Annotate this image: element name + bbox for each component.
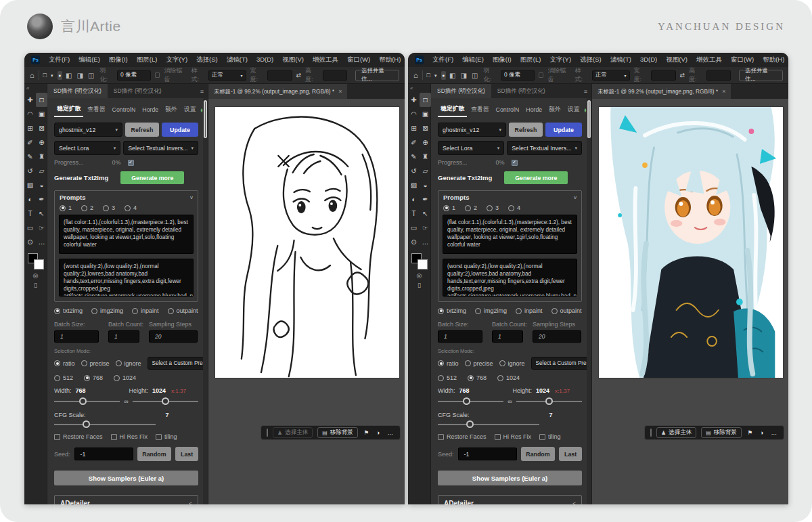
object-selection-tool-icon[interactable]: ▣ — [36, 107, 47, 121]
height-slider-thumb[interactable] — [545, 397, 553, 405]
feature-checkbox[interactable]: Restore Faces — [438, 433, 487, 440]
mode-radio[interactable]: outpaint — [551, 307, 582, 314]
menu-item[interactable]: 窗口(W) — [347, 56, 370, 64]
batch-count-input[interactable]: 1 — [108, 330, 139, 343]
plugin-tab[interactable]: Horde — [139, 105, 161, 116]
select-subject-button[interactable]: ♟ 选择主体 — [656, 427, 696, 438]
seed-input[interactable]: -1 — [74, 448, 133, 460]
progress-checkbox[interactable]: ✓ — [128, 160, 134, 166]
style-select[interactable]: 正常▾ — [208, 70, 246, 81]
custom-preset-select[interactable]: Select a Custom Preset▾ — [531, 357, 591, 370]
model-select[interactable]: ghostmix_v12▾ — [54, 123, 122, 137]
feature-checkbox[interactable]: Hi Res Fix — [495, 433, 532, 440]
textual-inversion-select[interactable]: Select Textual Invers...▾ — [507, 141, 582, 155]
dodge-tool-icon[interactable]: ◐ — [24, 192, 36, 206]
quick-mask-icon[interactable]: ◎ — [417, 272, 422, 279]
positive-prompt-textarea[interactable]: (flat color:1.1),(colorful:1.3),(masterp… — [443, 215, 577, 254]
home-icon[interactable]: ⌂ — [413, 72, 418, 79]
marquee-tool-icon[interactable]: □ — [36, 93, 47, 107]
home-icon[interactable]: ⌂ — [30, 72, 35, 79]
custom-preset-select[interactable]: Select a Custom Preset▾ — [148, 357, 208, 370]
panel-tab[interactable]: SD插件 (明空汉化) — [491, 84, 551, 98]
history-brush-tool-icon[interactable]: ↺ — [24, 164, 36, 178]
prompt-slot-radio[interactable]: 3 — [487, 204, 499, 211]
chevron-down-icon[interactable]: ▾ — [434, 73, 437, 78]
width-slider-thumb[interactable] — [463, 397, 470, 405]
healing-brush-tool-icon[interactable]: ⊕ — [420, 135, 431, 150]
show-samplers-button[interactable]: Show Samplers (Euler a) — [438, 471, 582, 485]
blur-tool-icon[interactable]: ◒ — [420, 178, 431, 192]
panel-tab[interactable]: SD插件 (明空汉化) — [108, 84, 168, 98]
generate-more-button[interactable]: Generate more — [120, 171, 184, 184]
random-seed-button[interactable]: Random — [521, 447, 556, 461]
height-slider[interactable] — [516, 401, 582, 402]
menu-item[interactable]: 滤镜(T) — [610, 56, 631, 64]
frame-tool-icon[interactable]: ⊠ — [420, 121, 431, 135]
generate-txt2img-label[interactable]: Generate Txt2Img — [54, 174, 108, 181]
document-tab[interactable]: 未标题-1 @ 99.2% (output_image.png, RGB/8) … — [208, 84, 347, 99]
menu-item[interactable]: 增效工具 — [313, 56, 338, 64]
height-input[interactable] — [323, 70, 348, 81]
menu-item[interactable]: 选择(S) — [196, 56, 218, 64]
plugin-tab[interactable]: 额外 — [546, 104, 564, 116]
menu-item[interactable]: 滤镜(T) — [227, 56, 248, 64]
link-dimensions-icon[interactable]: ∞ — [508, 398, 512, 405]
menu-item[interactable]: 窗口(W) — [731, 56, 754, 64]
panel-tab[interactable]: SD插件 (明空汉化) — [431, 84, 491, 98]
prompt-slot-radio[interactable]: 1 — [60, 204, 72, 211]
menu-item[interactable]: 图层(L) — [520, 56, 541, 64]
feather-input[interactable]: 0 像素 — [117, 70, 151, 81]
menu-item[interactable]: 文字(Y) — [166, 56, 187, 64]
feature-checkbox[interactable]: Hi Res Fix — [111, 433, 148, 440]
adetailer-section[interactable]: ADetailer < — [438, 495, 582, 504]
eyedropper-tool-icon[interactable]: ✐ — [24, 135, 36, 150]
selection-mode-radio[interactable]: ratio — [438, 360, 459, 367]
brush-tool-icon[interactable]: ✎ — [24, 150, 36, 164]
prompt-slot-radio[interactable]: 2 — [81, 204, 93, 211]
plugin-tab[interactable]: Horde — [523, 105, 545, 116]
move-tool-icon[interactable]: ✚ — [408, 93, 420, 107]
selection-mode-radio[interactable]: ratio — [54, 360, 75, 367]
healing-brush-tool-icon[interactable]: ⊕ — [36, 135, 47, 150]
canvas[interactable]: ♟ 选择主体 ▤ 移除背景 ⚑ ◑ … — [592, 99, 788, 504]
marquee-tool-icon[interactable]: □ — [420, 93, 431, 107]
panel-menu-icon[interactable]: ≡ — [580, 84, 591, 98]
add-selection-icon[interactable]: ◧ — [64, 71, 73, 80]
mode-radio[interactable]: txt2img — [54, 307, 83, 314]
mode-radio[interactable]: inpaint — [132, 307, 159, 314]
plugin-tab[interactable]: 查看器 — [85, 104, 108, 116]
flag-icon[interactable]: ⚑ — [746, 427, 754, 438]
menu-item[interactable]: 文件(F) — [432, 56, 453, 64]
panel-scrollbar[interactable] — [587, 98, 591, 504]
negative-prompt-textarea[interactable]: (worst quality:2),(low quality:2),(norma… — [59, 259, 194, 297]
height-slider-thumb[interactable] — [162, 397, 169, 405]
plugin-tab[interactable]: 稳定扩散 — [438, 104, 467, 117]
width-slider[interactable] — [438, 401, 503, 402]
plugin-tab[interactable]: ControlN — [110, 105, 139, 116]
sampling-steps-input[interactable]: 20 — [149, 330, 198, 343]
canvas[interactable]: ♟ 选择主体 ▤ 移除背景 ⚑ ◑ … — [208, 99, 405, 504]
menu-item[interactable]: 选择(S) — [580, 56, 602, 64]
feature-checkbox[interactable]: Restore Faces — [54, 433, 103, 440]
contrast-icon[interactable]: ◑ — [375, 427, 381, 438]
rectangle-tool-icon[interactable]: ▭ — [24, 221, 36, 235]
color-swatches[interactable] — [28, 253, 44, 269]
close-icon[interactable]: × — [338, 88, 342, 95]
plugin-tab[interactable]: 稳定扩散 — [54, 104, 83, 117]
size-radio[interactable]: 512 — [438, 374, 457, 381]
intersect-selection-icon[interactable]: ◫ — [87, 71, 95, 80]
menu-item[interactable]: 编辑(E) — [462, 56, 484, 64]
menu-item[interactable]: 文字(Y) — [549, 56, 571, 64]
select-and-mask-button[interactable]: 选择并遮住... — [355, 70, 399, 81]
blur-tool-icon[interactable]: ◒ — [36, 178, 47, 192]
size-radio[interactable]: 768 — [468, 374, 487, 381]
hand-tool-icon[interactable]: ☞ — [36, 221, 47, 235]
close-icon[interactable]: × — [722, 88, 725, 95]
mode-radio[interactable]: outpaint — [168, 307, 198, 314]
menu-item[interactable]: 3D(D) — [256, 56, 273, 64]
new-selection-icon[interactable]: ▪ — [58, 71, 63, 80]
link-dimensions-icon[interactable]: ∞ — [124, 398, 128, 405]
update-button[interactable]: Update — [162, 123, 198, 137]
taskbar-grip[interactable] — [650, 429, 652, 437]
mode-radio[interactable]: img2img — [91, 307, 123, 314]
